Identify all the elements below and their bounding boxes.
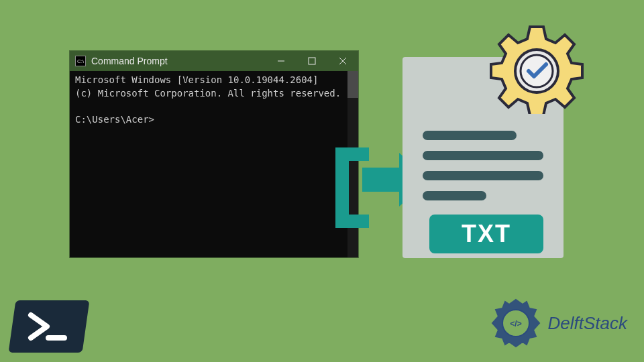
delftstack-emblem-icon: </>	[489, 296, 543, 350]
cmd-blank-line	[75, 100, 353, 113]
delftstack-text: DelftStack	[548, 313, 628, 334]
close-button[interactable]	[327, 51, 358, 71]
doc-text-line	[423, 151, 543, 160]
window-controls	[266, 51, 358, 71]
txt-badge: TXT	[429, 215, 543, 253]
cmd-window-title: Command Prompt	[91, 56, 266, 66]
cmd-scrollthumb[interactable]	[347, 71, 358, 98]
delftstack-logo: </> DelftStack	[489, 296, 628, 350]
doc-text-line	[423, 191, 486, 200]
txt-label: TXT	[462, 220, 511, 248]
cmd-body[interactable]: Microsoft Windows [Version 10.0.19044.26…	[70, 71, 358, 257]
doc-text-line	[423, 171, 543, 180]
cmd-prompt: C:\Users\Acer>	[75, 113, 353, 127]
maximize-button[interactable]	[297, 51, 327, 71]
powershell-icon	[9, 300, 90, 353]
svg-text:</>: </>	[510, 319, 521, 328]
cmd-output-line: Microsoft Windows [Version 10.0.19044.26…	[75, 74, 353, 87]
command-prompt-window: C:\ Command Prompt Microsoft Windows [Ve…	[69, 50, 359, 258]
gear-checkmark-icon	[490, 20, 584, 114]
arrow-icon	[362, 168, 399, 194]
doc-text-line	[423, 131, 517, 140]
minimize-button[interactable]	[266, 51, 297, 71]
svg-rect-1	[309, 58, 315, 64]
cmd-app-icon: C:\	[75, 56, 86, 66]
cmd-titlebar[interactable]: C:\ Command Prompt	[70, 51, 358, 71]
cmd-output-line: (c) Microsoft Corporation. All rights re…	[75, 87, 353, 101]
